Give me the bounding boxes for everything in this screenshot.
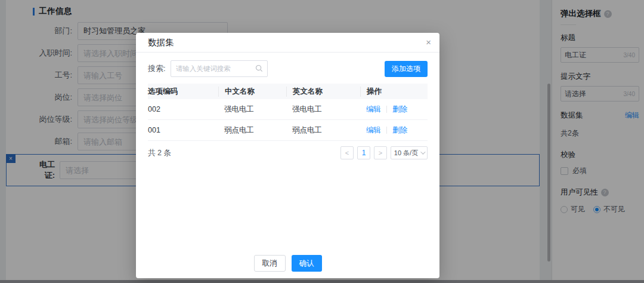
cell-en-name: 强电电工 bbox=[286, 104, 360, 115]
modal-header: 数据集 × bbox=[136, 33, 439, 53]
modal-body: 搜索: 添加选项 选项编码 中文名称 英文名称 操作 bbox=[136, 53, 439, 159]
next-page-button[interactable]: > bbox=[374, 146, 387, 159]
confirm-button[interactable]: 确认 bbox=[292, 255, 322, 272]
table-footer: 共 2 条 < 1 > 10 条/页 bbox=[148, 146, 428, 159]
edit-link[interactable]: 编辑 bbox=[366, 104, 381, 115]
header-en-name: 英文名称 bbox=[286, 87, 360, 97]
modal-close-icon[interactable]: × bbox=[426, 37, 431, 47]
options-table: 选项编码 中文名称 英文名称 操作 002 强电电工 强电电工 编辑 删除 bbox=[148, 84, 428, 141]
header-actions: 操作 bbox=[360, 87, 428, 97]
search-icon bbox=[255, 64, 263, 72]
table-header-row: 选项编码 中文名称 英文名称 操作 bbox=[148, 84, 428, 99]
pagination: < 1 > 10 条/页 bbox=[340, 146, 428, 159]
cell-actions: 编辑 删除 bbox=[360, 125, 428, 136]
page-size-value: 10 条/页 bbox=[394, 149, 418, 158]
window-bottom-edge bbox=[0, 280, 644, 283]
delete-link[interactable]: 删除 bbox=[392, 104, 407, 115]
cancel-button[interactable]: 取消 bbox=[254, 255, 286, 272]
header-cn-name: 中文名称 bbox=[218, 87, 286, 97]
cell-cn-name: 强电电工 bbox=[218, 104, 286, 115]
modal-footer: 取消 确认 bbox=[136, 255, 439, 272]
prev-page-button[interactable]: < bbox=[340, 146, 354, 159]
total-count: 共 2 条 bbox=[148, 148, 171, 158]
current-page-button[interactable]: 1 bbox=[357, 146, 370, 159]
table-row: 002 强电电工 强电电工 编辑 删除 bbox=[148, 99, 428, 120]
table-row: 001 弱点电工 弱点电工 编辑 删除 bbox=[148, 120, 428, 141]
page: 工作信息 部门: 入职时间: 工号: 岗位: 岗位等级: bbox=[0, 0, 644, 283]
search-row: 搜索: 添加选项 bbox=[148, 60, 428, 77]
cell-cn-name: 弱点电工 bbox=[218, 125, 286, 136]
delete-link[interactable]: 删除 bbox=[392, 125, 407, 136]
search-input[interactable] bbox=[171, 60, 268, 77]
header-option-code: 选项编码 bbox=[148, 87, 218, 97]
cell-actions: 编辑 删除 bbox=[360, 104, 428, 115]
cell-option-code: 002 bbox=[148, 105, 218, 113]
chevron-down-icon bbox=[420, 149, 425, 154]
cell-en-name: 弱点电工 bbox=[286, 125, 360, 136]
search-label: 搜索: bbox=[148, 63, 166, 74]
edit-link[interactable]: 编辑 bbox=[366, 125, 381, 136]
link-separator bbox=[386, 127, 387, 134]
add-option-button[interactable]: 添加选项 bbox=[385, 61, 428, 77]
search-box bbox=[171, 60, 268, 77]
page-size-select[interactable]: 10 条/页 bbox=[391, 146, 428, 159]
cell-option-code: 001 bbox=[148, 126, 218, 134]
dataset-modal: 数据集 × 搜索: 添加选项 选项编码 中文名称 英文名称 bbox=[136, 33, 439, 278]
link-separator bbox=[386, 106, 387, 113]
modal-title: 数据集 bbox=[148, 37, 174, 48]
